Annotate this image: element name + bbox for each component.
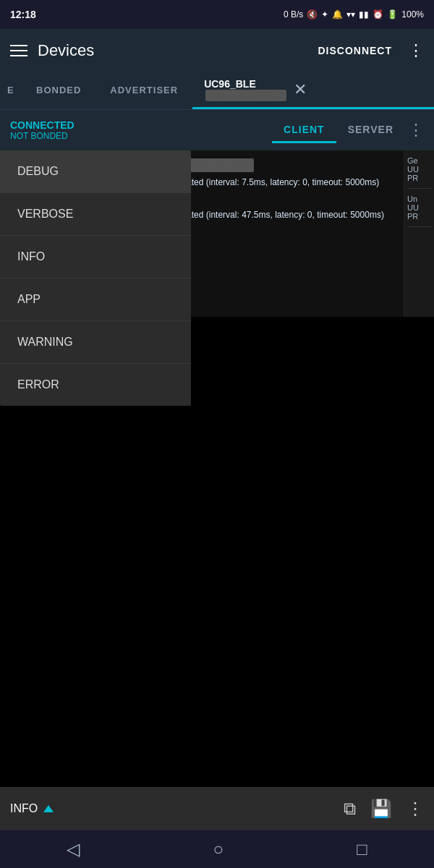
sidebar-divider [407,188,431,189]
save-icon[interactable]: 💾 [370,799,392,819]
dropdown-item-error[interactable]: ERROR [0,364,191,406]
client-server-tabs: CLIENT SERVER ⋮ [272,118,424,143]
active-device-addr: ██ ██ ██ ██ [204,90,288,101]
tab-active-device[interactable]: UC96_BLE ██ ██ ██ ██ ✕ [192,72,434,109]
nav-home-button[interactable]: ○ [213,839,224,859]
status-bar: 12:18 0 B/s 🔇 ✦ 🔔 ▾▾ ▮▮ ⏰ 🔋 100% [0,0,434,29]
app-bar: Devices DISCONNECT ⋮ [0,29,434,72]
overflow-bottom-icon[interactable]: ⋮ [407,799,424,819]
log-sidebar: GeUUPR UnUUPR [404,150,434,317]
dropdown-item-info[interactable]: INFO [0,236,191,278]
tab-client-label: CLIENT [284,124,325,135]
tab-bonded-label: BONDED [36,85,81,95]
status-icons: 0 B/s 🔇 ✦ 🔔 ▾▾ ▮▮ ⏰ 🔋 100% [284,9,424,20]
nav-back-button[interactable]: ◁ [67,839,80,859]
network-speed: 0 B/s [284,9,303,20]
connection-status-text: CONNECTED NOT BONDED [10,119,272,141]
connection-status-bar: CONNECTED NOT BONDED CLIENT SERVER ⋮ [0,110,434,150]
hamburger-menu[interactable] [10,45,27,56]
tab-bonded[interactable]: BONDED [22,72,95,109]
status-time: 12:18 [10,9,36,20]
sidebar-item-1: UnUUPR [407,195,431,221]
device-tabs-row: E BONDED ADVERTISER UC96_BLE ██ ██ ██ ██… [0,72,434,110]
tab-server[interactable]: SERVER [336,118,405,143]
battery-percent: 100% [401,9,424,20]
dropdown-item-warning[interactable]: WARNING [0,321,191,364]
disconnect-button[interactable]: DISCONNECT [312,41,398,61]
tab-server-label: SERVER [348,124,393,135]
close-device-tab-button[interactable]: ✕ [294,80,307,99]
not-bonded-label: NOT BONDED [10,131,272,141]
log-level-selector[interactable]: INFO [10,802,344,815]
dropdown-overlay: DEBUG VERBOSE INFO APP WARNING ERROR [0,150,191,406]
nav-bar: ◁ ○ □ [0,830,434,868]
masked-address: ██ ██ ██ ██ [205,90,286,101]
log-level-dropdown-menu: DEBUG VERBOSE INFO APP WARNING ERROR [0,150,191,406]
tab-advertiser[interactable]: ADVERTISER [95,72,192,109]
dropdown-item-debug[interactable]: DEBUG [0,150,191,193]
copy-icon[interactable]: ⧉ [344,799,356,819]
bluetooth-icon: ✦ [321,9,328,20]
dropdown-item-verbose[interactable]: VERBOSE [0,193,191,236]
log-level-arrow-up-icon [43,805,54,812]
connected-label: CONNECTED [10,119,272,131]
notification-icon: 🔔 [332,9,343,20]
bottom-action-icons: ⧉ 💾 ⋮ [344,799,424,819]
alarm-icon: ⏰ [373,9,383,20]
nav-recent-button[interactable]: □ [357,839,367,859]
dropdown-item-app[interactable]: APP [0,278,191,321]
tab-client[interactable]: CLIENT [272,118,336,143]
cs-overflow-icon[interactable]: ⋮ [408,121,424,140]
sidebar-item-0: GeUUPR [407,156,431,182]
log-level-label: INFO [10,802,38,815]
battery-icon: 🔋 [387,9,398,20]
volume-icon: 🔇 [307,9,318,20]
app-title: Devices [38,41,302,60]
signal-icon: ▮▮ [359,9,369,20]
wifi-icon: ▾▾ [346,9,355,20]
tab-advertiser-label: ADVERTISER [110,85,178,95]
active-device-name: UC96_BLE [204,78,288,90]
sidebar-divider [407,226,431,227]
overflow-menu-icon[interactable]: ⋮ [408,41,424,60]
tab-partial[interactable]: E [0,72,22,109]
tab-partial-label: E [7,85,14,95]
bottom-bar: INFO ⧉ 💾 ⋮ [0,787,434,830]
